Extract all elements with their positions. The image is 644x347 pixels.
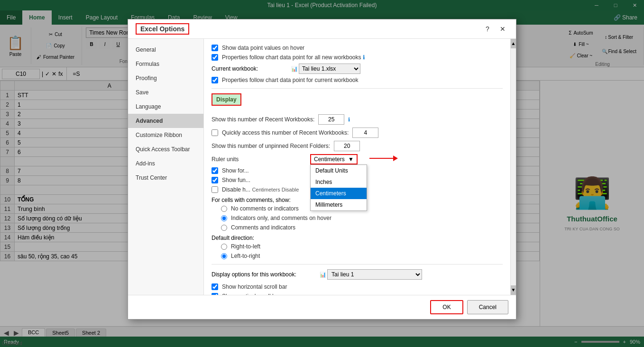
checkbox-disable-h[interactable] [212, 186, 218, 193]
option-properties-all-workbooks: Properties follow chart data point for a… [212, 54, 503, 61]
default-direction-label: Default direction: [212, 235, 254, 241]
ltr-row: Left-to-right [212, 253, 503, 259]
sidebar-add-ins[interactable]: Add-ins [128, 156, 203, 171]
sidebar-quick-access-toolbar[interactable]: Quick Access Toolbar [128, 142, 203, 156]
ruler-units-menu: Default Units Inches Centimeters Millime… [310, 164, 367, 211]
scroll-down-btn[interactable]: ▼ [511, 285, 516, 295]
dialog-scrollbar[interactable]: ▲ ▼ [510, 39, 516, 295]
recent-folders-input[interactable] [334, 141, 360, 151]
ruler-option-millimeters[interactable]: Millimeters [311, 199, 367, 210]
checkbox-properties-current[interactable] [212, 77, 218, 83]
dropdown-arrow-icon: ▼ [348, 156, 354, 163]
comments-label: For cells with comments, show: [212, 197, 291, 203]
scroll-up-btn[interactable]: ▲ [511, 39, 516, 48]
checkbox-show-data-point[interactable] [212, 45, 218, 51]
cancel-button[interactable]: Cancel [467, 300, 508, 314]
dialog-title-actions: ? ✕ [482, 23, 508, 35]
label-properties-current: Properties follow chart data point for c… [222, 77, 358, 83]
workbook-options-row: Display options for this workbook: 📊 Tai… [212, 269, 503, 280]
label-ltr: Left-to-right [231, 253, 260, 259]
dialog-overlay: Excel Options ? ✕ General Formulas Proof… [0, 0, 644, 347]
ruler-option-centimeters[interactable]: Centimeters [311, 188, 367, 199]
radio-comments-indicators[interactable] [221, 225, 227, 231]
ruler-option-inches[interactable]: Inches [311, 176, 367, 188]
quick-access-row: Quickly access this number of Recent Wor… [212, 128, 503, 138]
ruler-units-row: Ruler units Centimeters ▼ Default Units … [212, 154, 503, 164]
scroll-track[interactable] [511, 48, 516, 285]
ok-button[interactable]: OK [430, 300, 463, 314]
label-indicators-only: Indicators only, and comments on hover [231, 215, 331, 221]
workbook-options-label: Display options for this workbook: [212, 271, 316, 278]
sidebar-save[interactable]: Save [128, 85, 203, 100]
sidebar-advanced[interactable]: Advanced [128, 114, 203, 128]
ruler-option-default[interactable]: Default Units [311, 165, 367, 176]
ruler-units-label: Ruler units [212, 156, 306, 163]
option-show-data-point: Show data point values on hover [212, 45, 503, 51]
dialog-title-text: Excel Options [136, 23, 189, 35]
label-properties-all-workbooks: Properties follow chart data point for a… [222, 54, 365, 61]
radio-indicators-only[interactable] [221, 215, 227, 221]
dialog-sidebar: General Formulas Proofing Save Language … [128, 39, 204, 295]
dialog-help-btn[interactable]: ? [482, 23, 493, 35]
show-hscroll-row: Show horizontal scroll bar [212, 283, 503, 290]
checkbox-quick-access[interactable] [212, 129, 218, 136]
rtl-row: Right-to-left [212, 243, 503, 250]
sidebar-formulas[interactable]: Formulas [128, 57, 203, 71]
dialog-title-bar: Excel Options ? ✕ [128, 19, 516, 39]
label-show-for: Show for... [222, 167, 249, 174]
quick-access-label: Quickly access this number of Recent Wor… [222, 129, 349, 136]
recent-workbooks-row: Show this number of Recent Workbooks: ℹ [212, 114, 503, 125]
ruler-units-value: Centimeters [314, 156, 345, 163]
section-divider-1 [212, 88, 503, 89]
option-current-workbook-row: Current workbook: 📊 Tai lieu 1.xlsx [212, 64, 503, 74]
sidebar-customize-ribbon[interactable]: Customize Ribbon [128, 128, 203, 142]
label-no-comments: No comments or indicators [231, 205, 299, 212]
label-show-fun: Show fun... [222, 177, 250, 183]
default-direction-section: Default direction: [212, 235, 503, 241]
recent-workbooks-input[interactable] [318, 114, 344, 125]
arrow-annotation [369, 155, 398, 161]
workbook-options-select[interactable]: Tai lieu 1 [327, 269, 422, 280]
excel-options-dialog: Excel Options ? ✕ General Formulas Proof… [128, 19, 516, 320]
checkbox-show-hscroll[interactable] [212, 283, 218, 290]
option-properties-current: Properties follow chart data point for c… [212, 77, 503, 83]
sidebar-general[interactable]: General [128, 43, 203, 57]
checkbox-show-for[interactable] [212, 167, 218, 174]
dialog-footer: OK Cancel [128, 295, 516, 319]
recent-folders-label: Show this number of unpinned Recent Fold… [212, 143, 330, 149]
comments-indicators-row: Comments and indicators [212, 224, 503, 231]
dialog-body: General Formulas Proofing Save Language … [128, 39, 516, 295]
sidebar-proofing[interactable]: Proofing [128, 71, 203, 85]
recent-workbooks-label: Show this number of Recent Workbooks: [212, 116, 314, 123]
label-show-hscroll: Show horizontal scroll bar [222, 283, 287, 290]
section-divider-2 [212, 264, 503, 265]
dialog-close-btn[interactable]: ✕ [497, 23, 508, 35]
sidebar-language[interactable]: Language [128, 100, 203, 114]
ruler-units-btn[interactable]: Centimeters ▼ [310, 154, 358, 164]
checkbox-show-fun[interactable] [212, 177, 218, 183]
indicators-only-row: Indicators only, and comments on hover [212, 215, 503, 221]
ruler-units-dropdown[interactable]: Centimeters ▼ Default Units Inches Centi… [310, 154, 358, 164]
dialog-main-content: Show data point values on hover Properti… [204, 39, 510, 295]
sidebar-trust-center[interactable]: Trust Center [128, 171, 203, 185]
current-workbook-label: Current workbook: [212, 65, 287, 72]
recent-folders-row: Show this number of unpinned Recent Fold… [212, 141, 503, 151]
label-disable-h: Disable h... Centimeters Disable [222, 186, 299, 193]
radio-rtl[interactable] [221, 244, 227, 250]
label-comments-indicators: Comments and indicators [231, 224, 295, 231]
radio-ltr[interactable] [221, 253, 227, 259]
current-workbook-select[interactable]: Tai lieu 1.xlsx [299, 64, 360, 74]
label-show-data-point: Show data point values on hover [222, 45, 304, 51]
label-rtl: Right-to-left [231, 243, 260, 250]
checkbox-properties-all-workbooks[interactable] [212, 54, 218, 61]
quick-access-input[interactable] [352, 128, 378, 138]
radio-no-comments[interactable] [221, 206, 227, 212]
display-section-header: Display [212, 93, 241, 106]
